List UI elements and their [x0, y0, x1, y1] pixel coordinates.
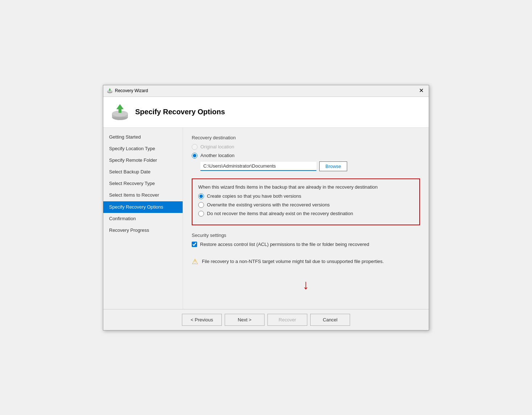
- next-button[interactable]: Next >: [225, 314, 265, 326]
- svg-rect-3: [109, 90, 110, 91]
- overwrite-label: Overwrite the existing versions with the…: [207, 202, 330, 208]
- title-bar: Recovery Wizard ✕: [103, 85, 429, 97]
- recovery-destination-label: Recovery destination: [192, 135, 420, 140]
- sidebar-item-specify-remote-folder[interactable]: Specify Remote Folder: [103, 155, 183, 166]
- acl-checkbox-row: Restore access control list (ACL) permis…: [192, 242, 420, 247]
- conflict-options-box: When this wizard finds items in the back…: [192, 178, 420, 225]
- warning-icon: ⚠: [192, 258, 198, 265]
- another-location-label: Another location: [200, 153, 234, 158]
- arrow-area: ↓: [192, 271, 420, 291]
- security-label: Security settings: [192, 233, 420, 238]
- sidebar-item-select-items-to-recover[interactable]: Select Items to Recover: [103, 189, 183, 201]
- conflict-box-title: When this wizard finds items in the back…: [198, 184, 413, 190]
- window-title: Recovery Wizard: [115, 88, 148, 93]
- footer: < Previous Next > Recover Cancel: [103, 309, 429, 330]
- overwrite-radio[interactable]: [198, 202, 204, 208]
- header-icon: [111, 103, 129, 122]
- acl-checkbox[interactable]: [192, 242, 197, 247]
- browse-button[interactable]: Browse: [319, 161, 347, 171]
- sidebar-item-specify-recovery-options[interactable]: Specify Recovery Options: [103, 201, 183, 213]
- create-copies-label: Create copies so that you have both vers…: [207, 193, 301, 199]
- warning-row: ⚠ File recovery to a non-NTFS target vol…: [192, 258, 420, 265]
- do-not-recover-row: Do not recover the items that already ex…: [198, 211, 413, 217]
- overwrite-row: Overwrite the existing versions with the…: [198, 202, 413, 208]
- previous-button[interactable]: < Previous: [182, 314, 222, 326]
- original-location-row: Original location: [192, 144, 420, 150]
- do-not-recover-radio[interactable]: [198, 211, 204, 217]
- recovery-destination-section: Recovery destination Original location A…: [192, 135, 420, 171]
- location-input-row: Browse: [200, 161, 420, 171]
- main-panel: Recovery destination Original location A…: [183, 128, 429, 309]
- location-input[interactable]: [200, 162, 316, 171]
- sidebar-item-getting-started[interactable]: Getting Started: [103, 131, 183, 143]
- wizard-window: Recovery Wizard ✕ Specify Recovery Optio…: [103, 85, 429, 330]
- sidebar-item-confirmation[interactable]: Confirmation: [103, 213, 183, 225]
- sidebar: Getting StartedSpecify Location TypeSpec…: [103, 128, 183, 309]
- another-location-radio[interactable]: [192, 153, 198, 159]
- security-section: Security settings Restore access control…: [192, 233, 420, 247]
- acl-label: Restore access control list (ACL) permis…: [200, 242, 369, 247]
- sidebar-item-specify-location-type[interactable]: Specify Location Type: [103, 143, 183, 155]
- sidebar-item-select-backup-date[interactable]: Select Backup Date: [103, 166, 183, 178]
- do-not-recover-label: Do not recover the items that already ex…: [207, 211, 353, 216]
- another-location-row: Another location: [192, 153, 420, 159]
- page-title: Specify Recovery Options: [135, 108, 225, 116]
- original-location-radio[interactable]: [192, 144, 198, 150]
- cancel-button[interactable]: Cancel: [310, 314, 350, 326]
- sidebar-item-recovery-progress[interactable]: Recovery Progress: [103, 225, 183, 236]
- create-copies-radio[interactable]: [198, 193, 204, 199]
- warning-text: File recovery to a non-NTFS target volum…: [202, 258, 384, 265]
- recover-button[interactable]: Recover: [267, 314, 307, 326]
- create-copies-row: Create copies so that you have both vers…: [198, 193, 413, 199]
- title-bar-left: Recovery Wizard: [107, 88, 148, 94]
- down-arrow-icon: ↓: [303, 278, 309, 291]
- close-button[interactable]: ✕: [417, 88, 425, 94]
- original-location-label: Original location: [200, 144, 234, 149]
- sidebar-item-select-recovery-type[interactable]: Select Recovery Type: [103, 178, 183, 189]
- content-area: Getting StartedSpecify Location TypeSpec…: [103, 128, 429, 309]
- wizard-icon: [107, 88, 113, 94]
- header: Specify Recovery Options: [103, 97, 429, 128]
